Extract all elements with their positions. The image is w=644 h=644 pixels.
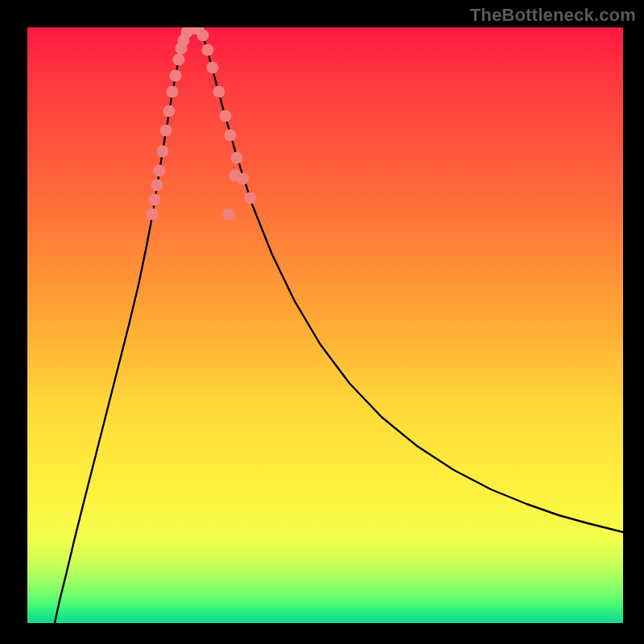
data-point <box>160 125 172 137</box>
data-point <box>231 152 243 164</box>
data-point <box>149 194 161 206</box>
chart-plot-area <box>27 27 623 623</box>
chart-frame: TheBottleneck.com <box>0 0 644 644</box>
data-point <box>207 62 219 74</box>
data-point <box>229 170 242 182</box>
data-point <box>157 146 169 158</box>
data-point <box>202 44 214 56</box>
data-point <box>154 165 166 177</box>
data-point <box>225 130 237 142</box>
data-point <box>220 110 232 122</box>
data-point <box>173 54 185 66</box>
data-point <box>223 208 235 221</box>
data-point <box>197 30 209 42</box>
data-point <box>151 180 163 192</box>
watermark-text: TheBottleneck.com <box>470 5 636 26</box>
data-point <box>163 105 175 118</box>
series-right-curve <box>200 27 623 532</box>
data-point <box>147 208 159 221</box>
data-point <box>213 86 225 98</box>
curve-layer <box>27 27 623 623</box>
data-point <box>170 70 182 82</box>
data-point <box>167 86 179 98</box>
data-point <box>245 192 257 204</box>
